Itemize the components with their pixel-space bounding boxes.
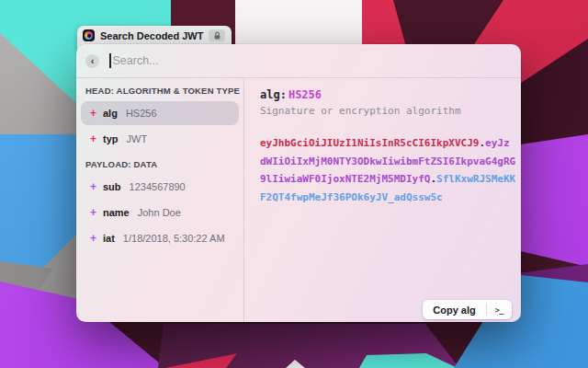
item-value: 1234567890: [130, 181, 186, 192]
item-key: sub: [103, 181, 121, 192]
item-key: alg: [103, 108, 118, 119]
item-value: HS256: [126, 108, 157, 119]
plus-icon: +: [86, 107, 100, 120]
plus-icon: +: [86, 232, 100, 245]
app-window: ‹ Search... HEAD: ALGORITHM & TOKEN TYPE…: [76, 44, 521, 322]
search-bar: ‹ Search...: [76, 44, 521, 77]
back-button[interactable]: ‹: [85, 54, 99, 68]
item-value: 1/18/2018, 5:30:22 AM: [123, 233, 225, 244]
text-cursor: [109, 53, 111, 68]
results-list: HEAD: ALGORITHM & TOKEN TYPE + alg HS256…: [76, 78, 243, 322]
list-item-name[interactable]: + name John Doe: [81, 201, 239, 224]
copy-alg-label: Copy alg: [423, 300, 485, 319]
desktop: Search Decoded JWT ‹ Search... HEAD: ALG…: [0, 0, 588, 368]
plus-icon: +: [86, 206, 100, 219]
token-header-segment: eyJhbGciOiJIUzI1NiIsInR5cCI6IkpXVCJ9: [260, 137, 479, 149]
field-value: HS256: [288, 88, 322, 101]
lock-icon: [213, 31, 221, 40]
list-item-iat[interactable]: + iat 1/18/2018, 5:30:22 AM: [81, 226, 239, 250]
detail-panel: alg:HS256 Signature or encryption algori…: [244, 78, 521, 322]
item-key: name: [103, 207, 130, 218]
item-key: typ: [103, 133, 119, 144]
item-value: John Doe: [138, 207, 181, 218]
section-header-payload: PAYLOAD: DATA: [85, 159, 243, 169]
field-line: alg:HS256: [260, 88, 521, 101]
terminal-prompt-icon: >_: [487, 300, 512, 319]
field-label: alg:: [260, 88, 287, 101]
list-item-sub[interactable]: + sub 1234567890: [81, 175, 239, 199]
plus-icon: +: [86, 132, 100, 145]
lock-badge: [209, 29, 225, 41]
item-value: JWT: [127, 133, 148, 144]
command-tab-title: Search Decoded JWT: [100, 30, 203, 41]
chevron-left-icon: ‹: [91, 55, 95, 66]
plus-icon: +: [86, 180, 100, 193]
copy-alg-button[interactable]: Copy alg >_: [423, 300, 512, 319]
jwt-ring-glyph: [85, 31, 93, 40]
list-item-alg[interactable]: + alg HS256: [81, 101, 239, 125]
jwt-token: eyJhbGciOiJIUzI1NiIsInR5cCI6IkpXVCJ9.eyJ…: [260, 134, 515, 206]
search-input[interactable]: Search...: [113, 54, 159, 67]
section-header-head: HEAD: ALGORITHM & TOKEN TYPE: [85, 86, 243, 96]
field-description: Signature or encryption algorithm: [260, 105, 521, 117]
list-item-typ[interactable]: + typ JWT: [81, 127, 239, 151]
jwt-extension-icon: [83, 29, 95, 41]
item-key: iat: [103, 233, 115, 244]
